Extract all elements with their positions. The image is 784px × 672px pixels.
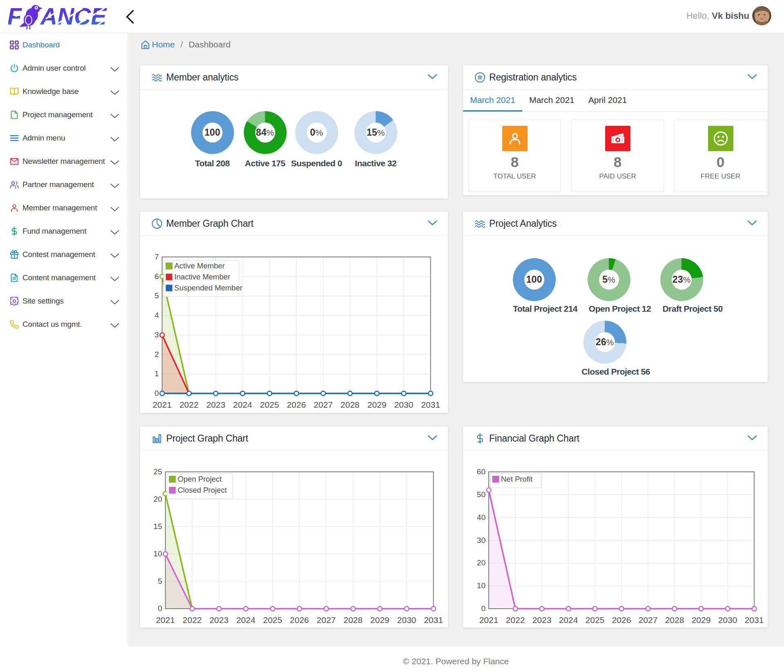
svg-text:30: 30 (477, 536, 486, 545)
svg-text:Active Member: Active Member (174, 261, 225, 270)
svg-text:2023: 2023 (532, 615, 552, 625)
svg-text:5: 5 (158, 577, 162, 585)
svg-text:2025: 2025 (263, 615, 282, 625)
svg-text:2031: 2031 (424, 615, 443, 625)
svg-text:3: 3 (154, 330, 159, 339)
svg-text:2022: 2022 (179, 400, 198, 409)
svg-text:10: 10 (477, 581, 486, 590)
svg-text:2027: 2027 (317, 615, 336, 625)
svg-text:2028: 2028 (343, 615, 363, 625)
svg-text:Net Profit: Net Profit (501, 475, 532, 483)
svg-text:6: 6 (154, 272, 159, 281)
svg-text:2: 2 (154, 350, 159, 359)
svg-text:Inactive Member: Inactive Member (174, 272, 230, 281)
svg-text:2022: 2022 (183, 615, 202, 625)
svg-text:0: 0 (154, 389, 159, 397)
svg-text:2025: 2025 (586, 615, 605, 625)
svg-text:F: F (8, 3, 22, 29)
svg-text:60: 60 (477, 467, 486, 476)
svg-text:2023: 2023 (209, 615, 229, 625)
svg-text:2028: 2028 (341, 400, 360, 409)
svg-text:2021: 2021 (479, 615, 499, 625)
svg-text:2028: 2028 (665, 615, 684, 625)
svg-text:2024: 2024 (559, 615, 578, 625)
svg-text:15: 15 (154, 522, 162, 531)
svg-text:4: 4 (154, 311, 159, 319)
svg-text:25: 25 (154, 467, 162, 476)
svg-text:0: 0 (481, 604, 486, 613)
svg-text:2026: 2026 (612, 615, 631, 625)
svg-text:2029: 2029 (370, 615, 390, 625)
svg-text:2026: 2026 (287, 400, 306, 409)
svg-text:Open Project: Open Project (178, 475, 222, 483)
svg-text:R: R (478, 74, 482, 81)
svg-text:2024: 2024 (236, 615, 256, 625)
svg-text:2027: 2027 (314, 400, 333, 409)
svg-text:10: 10 (154, 549, 162, 558)
svg-text:2031: 2031 (421, 400, 440, 409)
svg-text:Suspended Member: Suspended Member (174, 284, 243, 292)
svg-text:2029: 2029 (368, 400, 387, 409)
svg-text:2027: 2027 (639, 615, 658, 625)
svg-text:2031: 2031 (745, 615, 764, 625)
svg-text:2023: 2023 (206, 400, 225, 409)
svg-text:7: 7 (154, 252, 159, 261)
svg-text:2021: 2021 (153, 400, 172, 409)
svg-text:20: 20 (154, 495, 162, 503)
svg-text:2021: 2021 (156, 615, 175, 625)
svg-text:Closed Project: Closed Project (178, 486, 227, 494)
svg-text:2022: 2022 (506, 615, 525, 625)
svg-text:2030: 2030 (394, 400, 413, 409)
svg-text:2030: 2030 (718, 615, 737, 625)
svg-text:40: 40 (477, 513, 486, 522)
svg-text:0: 0 (158, 604, 162, 613)
svg-text:2026: 2026 (290, 615, 309, 625)
svg-text:2024: 2024 (233, 400, 252, 409)
svg-text:50: 50 (477, 490, 486, 499)
svg-text:20: 20 (477, 558, 486, 567)
svg-text:2029: 2029 (692, 615, 711, 625)
svg-text:5: 5 (154, 291, 159, 300)
svg-text:2030: 2030 (397, 615, 416, 625)
svg-text:1: 1 (154, 369, 159, 378)
svg-text:2025: 2025 (260, 400, 279, 409)
